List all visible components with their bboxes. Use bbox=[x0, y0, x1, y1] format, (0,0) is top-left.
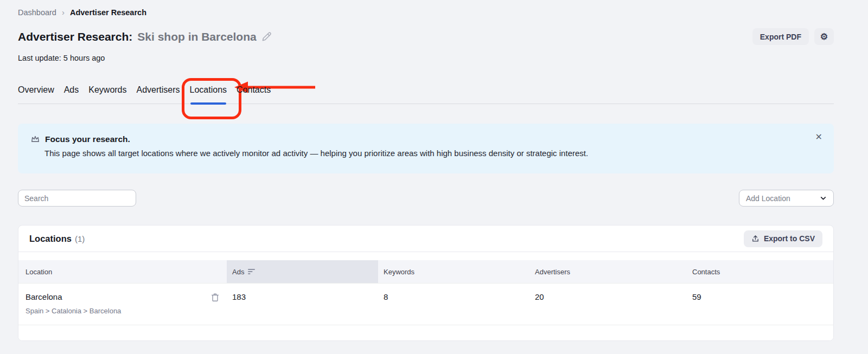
table-spacer bbox=[18, 252, 833, 260]
table-row: Barcelona Spain > Catalonia > Barcelona … bbox=[18, 283, 833, 325]
table-header: Location Ads Keywords Advertisers Contac… bbox=[18, 260, 833, 283]
project-name: Ski shop in Barcelona bbox=[137, 30, 256, 43]
banner-body: This page shows all target locations whe… bbox=[44, 149, 822, 158]
column-header-ads[interactable]: Ads bbox=[227, 260, 378, 283]
tab-bar: Overview Ads Keywords Advertisers Locati… bbox=[18, 85, 834, 104]
tab-keywords[interactable]: Keywords bbox=[88, 85, 126, 104]
column-header-ads-label: Ads bbox=[232, 268, 244, 276]
tab-overview[interactable]: Overview bbox=[18, 85, 54, 104]
title-actions: Export PDF ⚙ bbox=[752, 28, 834, 45]
card-footer bbox=[18, 325, 833, 340]
export-csv-button[interactable]: Export to CSV bbox=[744, 230, 822, 247]
banner-title-row: Focus your research. bbox=[30, 134, 822, 145]
column-header-location[interactable]: Location bbox=[18, 260, 227, 283]
breadcrumb-dashboard[interactable]: Dashboard bbox=[18, 8, 56, 17]
advertisers-value: 20 bbox=[529, 284, 687, 325]
breadcrumb: Dashboard › Advertiser Research bbox=[18, 8, 834, 17]
tab-ads[interactable]: Ads bbox=[64, 85, 79, 104]
location-name: Barcelona bbox=[25, 292, 121, 301]
annotation-red-box bbox=[182, 78, 241, 119]
add-location-dropdown[interactable]: Add Location bbox=[739, 190, 834, 207]
card-title: Locations bbox=[29, 234, 72, 244]
gear-icon: ⚙ bbox=[820, 31, 828, 42]
page-title: Advertiser Research: bbox=[18, 30, 132, 43]
banner-title: Focus your research. bbox=[45, 134, 130, 144]
column-header-keywords[interactable]: Keywords bbox=[378, 260, 529, 283]
page: Dashboard › Advertiser Research Advertis… bbox=[18, 0, 834, 341]
location-path: Spain > Catalonia > Barcelona bbox=[25, 307, 121, 325]
settings-button[interactable]: ⚙ bbox=[814, 28, 834, 45]
sort-descending-icon bbox=[248, 268, 256, 275]
toolbar: Add Location bbox=[18, 190, 834, 207]
export-pdf-button[interactable]: Export PDF bbox=[752, 28, 809, 45]
tab-advertisers[interactable]: Advertisers bbox=[137, 85, 180, 104]
export-csv-label: Export to CSV bbox=[764, 234, 815, 243]
card-header: Locations (1) Export to CSV bbox=[18, 226, 833, 252]
column-header-advertisers[interactable]: Advertisers bbox=[529, 260, 687, 283]
tab-locations[interactable]: Locations bbox=[190, 85, 227, 104]
column-header-contacts[interactable]: Contacts bbox=[687, 260, 833, 283]
locations-card: Locations (1) Export to CSV Location Ads bbox=[18, 225, 834, 341]
card-count-badge: (1) bbox=[75, 234, 85, 243]
contacts-value: 59 bbox=[687, 284, 833, 325]
close-icon[interactable]: ✕ bbox=[815, 133, 822, 141]
ads-value: 183 bbox=[227, 284, 378, 325]
tab-locations-label: Locations bbox=[190, 85, 227, 94]
tab-contacts[interactable]: Contacts bbox=[237, 85, 271, 104]
add-location-label: Add Location bbox=[746, 194, 790, 203]
info-banner: Focus your research. This page shows all… bbox=[18, 124, 834, 173]
breadcrumb-current: Advertiser Research bbox=[70, 8, 146, 17]
search-input[interactable] bbox=[18, 190, 136, 207]
trash-icon[interactable] bbox=[211, 293, 219, 302]
title-row: Advertiser Research: Ski shop in Barcelo… bbox=[18, 28, 834, 45]
chevron-right-icon: › bbox=[62, 8, 65, 17]
title-group: Advertiser Research: Ski shop in Barcelo… bbox=[18, 30, 272, 43]
edit-pencil-icon[interactable] bbox=[261, 31, 272, 42]
location-cell: Barcelona Spain > Catalonia > Barcelona bbox=[18, 284, 227, 325]
last-update-text: Last update: 5 hours ago bbox=[18, 54, 834, 62]
chevron-down-icon bbox=[820, 195, 827, 202]
card-title-wrap: Locations (1) bbox=[29, 234, 85, 244]
keywords-value: 8 bbox=[378, 284, 529, 325]
location-cell-text: Barcelona Spain > Catalonia > Barcelona bbox=[25, 292, 121, 325]
upload-icon bbox=[751, 235, 760, 243]
crown-icon bbox=[30, 134, 41, 145]
